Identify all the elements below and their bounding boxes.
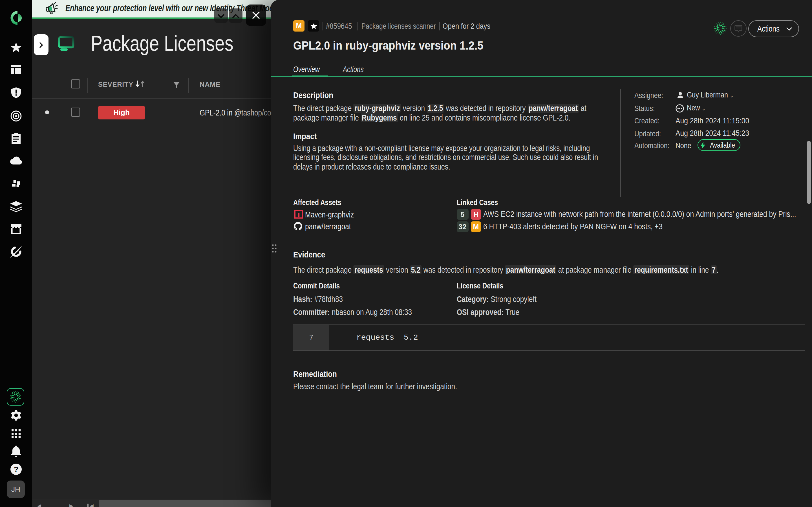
svg-text:?: ? (14, 465, 18, 474)
